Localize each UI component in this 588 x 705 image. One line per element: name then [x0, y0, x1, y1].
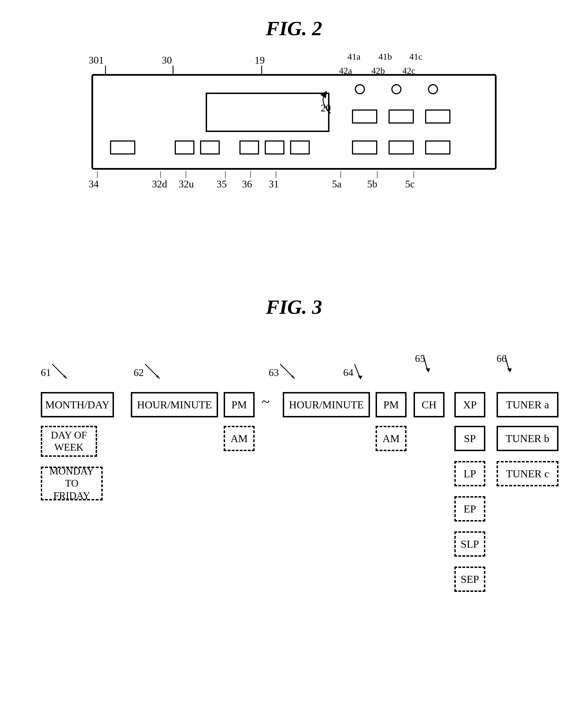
- box-tuner-b: TUNER b: [497, 426, 558, 451]
- box-am-1: AM: [224, 426, 255, 451]
- arrow-66: [505, 356, 522, 375]
- fig2-title: FIG. 2: [0, 17, 588, 40]
- arrow-64: [354, 364, 372, 384]
- label-31: 31: [269, 178, 279, 190]
- button-right-1c[interactable]: [425, 109, 450, 124]
- button-34[interactable]: [110, 140, 135, 154]
- button-31[interactable]: [290, 140, 310, 154]
- label-36: 36: [242, 178, 252, 190]
- box-tuner-c: TUNER c: [497, 461, 558, 486]
- label-63: 63: [269, 367, 279, 379]
- label-42b: 42b: [372, 65, 385, 76]
- line-5c: [413, 171, 419, 180]
- label-32d: 32d: [152, 178, 167, 190]
- arrow-65: [424, 356, 440, 375]
- fig3-title: FIG. 3: [0, 295, 588, 319]
- box-month-day: MONTH/DAY: [41, 392, 114, 417]
- button-32d[interactable]: [175, 140, 194, 154]
- box-am-2: AM: [376, 426, 406, 451]
- svg-marker-19: [358, 376, 362, 379]
- device-body: [91, 74, 497, 170]
- button-35[interactable]: [239, 140, 259, 154]
- fig3-diagram: 61 62 63 64 65 66: [27, 336, 561, 702]
- button-36[interactable]: [265, 140, 284, 154]
- label-5a: 5a: [332, 178, 342, 190]
- line-32d: [160, 171, 166, 180]
- label-64: 64: [343, 367, 353, 379]
- line-30: [170, 65, 187, 77]
- box-xp: XP: [454, 392, 485, 417]
- line-36: [250, 171, 256, 180]
- label-34: 34: [89, 178, 99, 190]
- label-5b: 5b: [367, 178, 377, 190]
- label-61: 61: [41, 367, 51, 379]
- arrow-61: [52, 364, 75, 386]
- box-tuner-a: TUNER a: [497, 392, 558, 417]
- box-sp: SP: [454, 426, 485, 451]
- button-right-1b[interactable]: [389, 109, 414, 124]
- button-5a[interactable]: [352, 140, 377, 154]
- arrow-62: [145, 364, 167, 386]
- label-41c: 41c: [409, 51, 422, 62]
- line-35: [225, 171, 231, 180]
- line-5a: [340, 171, 346, 180]
- label-42a: 42a: [339, 65, 352, 76]
- box-day-of-week: DAY OFWEEK: [41, 426, 97, 457]
- box-slp: SLP: [454, 531, 485, 557]
- line-301: [103, 65, 119, 77]
- indicator-41c: [428, 84, 438, 94]
- label-32u: 32u: [179, 178, 194, 190]
- button-5c[interactable]: [425, 140, 450, 154]
- label-5c: 5c: [405, 178, 415, 190]
- box-ep: EP: [454, 496, 485, 521]
- box-monday-to-friday: MONDAY TOFRIDAY: [41, 467, 103, 501]
- label-42c: 42c: [402, 65, 415, 76]
- arrow-20: [308, 91, 342, 116]
- box-sep: SEP: [454, 567, 485, 592]
- box-pm-2: PM: [376, 392, 406, 417]
- label-41b: 41b: [378, 51, 392, 62]
- fig3-section: FIG. 3 61 62 63 64 65: [0, 295, 588, 702]
- button-32u[interactable]: [200, 140, 220, 154]
- line-5b: [377, 171, 383, 180]
- label-30: 30: [162, 54, 172, 66]
- indicator-41b: [391, 84, 401, 94]
- indicator-41a: [355, 84, 365, 94]
- label-41a: 41a: [347, 51, 360, 62]
- box-pm-1: PM: [224, 392, 255, 417]
- label-19: 19: [255, 54, 265, 66]
- box-hour-minute-2: HOUR/MINUTE: [283, 392, 370, 417]
- box-hour-minute-1: HOUR/MINUTE: [131, 392, 218, 417]
- box-ch: CH: [413, 392, 444, 417]
- label-35: 35: [216, 178, 227, 190]
- svg-marker-23: [507, 368, 512, 372]
- device-diagram: 301 30 19 41a 41b 41c 42a 42b 42c 20: [69, 51, 519, 198]
- fig2-section: FIG. 2: [0, 17, 588, 198]
- line-34: [97, 171, 103, 180]
- label-301: 301: [89, 54, 104, 66]
- button-right-1a[interactable]: [352, 109, 377, 124]
- tilde-symbol: ~: [262, 393, 270, 410]
- svg-marker-21: [426, 368, 430, 372]
- line-32u: [186, 171, 191, 180]
- label-62: 62: [134, 367, 144, 379]
- button-5b[interactable]: [389, 140, 414, 154]
- line-31: [276, 171, 281, 180]
- arrow-63: [280, 364, 302, 386]
- box-lp: LP: [454, 461, 485, 486]
- line-19: [257, 65, 280, 78]
